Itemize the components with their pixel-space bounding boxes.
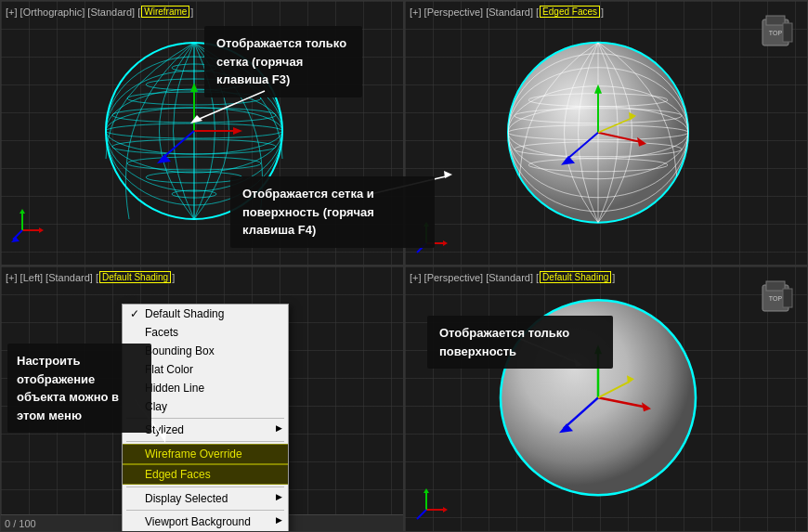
menu-item-viewport-bg[interactable]: Viewport Background (123, 513, 288, 531)
svg-rect-69 (766, 281, 785, 291)
menu-item-display-selected[interactable]: Display Selected (123, 489, 288, 508)
viewport-label-bottom-right[interactable]: [+] [Perspective] [Standard] [Default Sh… (410, 271, 615, 283)
svg-marker-56 (424, 222, 429, 227)
svg-marker-19 (233, 127, 242, 135)
edged-sphere-svg (501, 34, 696, 229)
axis-gizmo-tl (8, 202, 50, 244)
svg-marker-73 (443, 507, 448, 513)
svg-rect-70 (783, 289, 792, 307)
nav-cube-tr[interactable]: TOP (753, 10, 798, 55)
axis-gizmo-tr (412, 215, 454, 257)
viewport-bottom-right[interactable]: [+] [Perspective] [Standard] [Default Sh… (404, 266, 808, 532)
vp-bracket-tr-close: ] (601, 6, 604, 18)
status-range: 0 / 100 (5, 518, 36, 529)
menu-item-flat-color[interactable]: Flat Color (123, 360, 288, 379)
wireframe-sphere-container (101, 38, 287, 227)
svg-rect-50 (766, 16, 785, 25)
svg-line-20 (162, 131, 194, 159)
menu-item-hidden-line[interactable]: Hidden Line (123, 379, 288, 397)
menu-item-facets[interactable]: Facets (123, 323, 288, 342)
svg-marker-54 (443, 240, 448, 246)
vp-mode-br[interactable]: Default Shading (540, 271, 611, 283)
viewport-top-left[interactable]: [+] [Orthographic] [Standard] [Wireframe… (0, 0, 404, 266)
svg-marker-23 (39, 227, 44, 233)
vp-mode-bl[interactable]: Default Shading (99, 271, 171, 283)
svg-text:TOP: TOP (769, 30, 783, 36)
viewport-bottom-left[interactable]: [+] [Left] [Standard] [Default Shading] … (0, 266, 404, 532)
menu-sep-2 (126, 441, 284, 442)
solid-sphere-svg (491, 292, 705, 505)
menu-sep-1 (126, 418, 284, 419)
vp-bracket: [+] [Orthographic] [Standard] [ (6, 6, 140, 18)
viewport-label-top-left[interactable]: [+] [Orthographic] [Standard] [Wireframe… (6, 6, 193, 18)
svg-text:TOP: TOP (769, 295, 783, 302)
menu-item-wireframe-override[interactable]: Wireframe Override (123, 444, 288, 464)
menu-item-stylized[interactable]: Stylized (123, 421, 288, 439)
nav-cube-br-svg: TOP (753, 276, 798, 320)
svg-marker-75 (424, 488, 429, 493)
svg-line-26 (13, 230, 22, 240)
menu-item-clay[interactable]: Clay (123, 397, 288, 416)
svg-line-76 (417, 510, 426, 519)
svg-marker-27 (11, 237, 20, 242)
nav-cube-br[interactable]: TOP (753, 276, 798, 320)
svg-marker-17 (190, 83, 198, 92)
menu-item-bounding-box[interactable]: Bounding Box (123, 342, 288, 360)
axis-gizmo-br (412, 482, 454, 524)
menu-item-edged-faces[interactable]: Edged Faces (123, 464, 288, 485)
svg-line-57 (417, 243, 426, 253)
edged-sphere-container (501, 34, 696, 233)
wireframe-sphere-svg (101, 38, 287, 224)
menu-sep-3 (126, 487, 284, 487)
viewport-label-bottom-left[interactable]: [+] [Left] [Standard] [Default Shading] (6, 271, 175, 283)
menu-sep-4 (126, 510, 284, 511)
vp-mode-wireframe[interactable]: Wireframe (141, 6, 189, 18)
svg-marker-21 (157, 154, 171, 163)
context-menu: Default Shading Facets Bounding Box Flat… (122, 304, 289, 532)
viewport-label-top-right[interactable]: [+] [Perspective] [Standard] [Edged Face… (410, 6, 604, 18)
svg-marker-25 (20, 209, 25, 214)
vp-bracket-close: ] (190, 6, 193, 18)
main-container: [+] [Orthographic] [Standard] [Wireframe… (0, 0, 808, 532)
vp-mode-edged[interactable]: Edged Faces (540, 6, 600, 18)
menu-item-default-shading[interactable]: Default Shading (123, 305, 288, 323)
nav-cube-svg: TOP (753, 10, 798, 55)
solid-sphere-container (491, 292, 705, 509)
vp-bracket-tr: [+] [Perspective] [Standard] [ (410, 6, 539, 18)
viewport-top-right[interactable]: [+] [Perspective] [Standard] [Edged Face… (404, 0, 808, 266)
svg-rect-51 (783, 23, 792, 42)
